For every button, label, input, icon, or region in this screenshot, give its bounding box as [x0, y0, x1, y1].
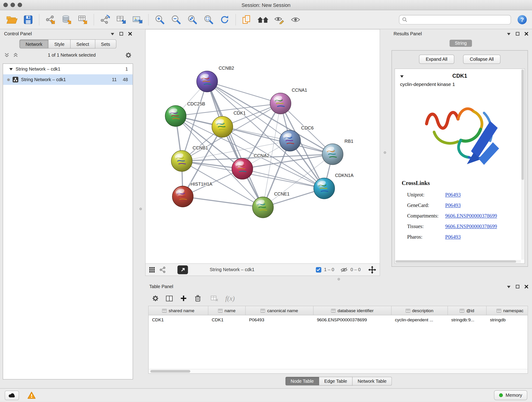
crosslink-link-genecard[interactable]: P06493 — [445, 203, 461, 208]
panel-maximize-icon[interactable] — [119, 32, 123, 36]
results-vertical-scrollbar[interactable] — [521, 69, 524, 260]
selected-checkbox[interactable] — [316, 267, 322, 273]
memory-button[interactable]: Memory — [494, 390, 527, 400]
hide-annotations-button[interactable] — [272, 12, 287, 27]
panel-float-icon[interactable] — [110, 32, 114, 36]
splitter-grip[interactable] — [384, 151, 386, 153]
table-cell[interactable]: CDK1 — [208, 317, 246, 322]
hidden-eye-icon[interactable] — [340, 267, 348, 273]
network-node-HIST1H1A[interactable]: HIST1H1A — [172, 182, 213, 207]
refresh-layout-button[interactable] — [217, 12, 232, 27]
new-network-button[interactable] — [97, 12, 113, 27]
splitter-grip[interactable] — [139, 208, 142, 210]
splitter-canvas-results[interactable] — [380, 29, 389, 276]
help-button[interactable]: ? — [517, 14, 527, 25]
zoom-in-button[interactable] — [152, 12, 167, 27]
panel-float-icon[interactable] — [507, 284, 511, 288]
warning-icon[interactable] — [27, 391, 36, 400]
panel-close-icon[interactable] — [524, 32, 529, 36]
column-header-database-identifier[interactable]: database identifier — [313, 306, 392, 315]
tab-style[interactable]: Style — [49, 39, 70, 49]
crosslink-link-compartments[interactable]: 9606.ENSP00000378699 — [445, 213, 497, 219]
column-header-canonical-name[interactable]: canonical name — [246, 306, 313, 315]
tree-expander-icon[interactable] — [9, 67, 13, 71]
collapse-all-icon[interactable] — [4, 52, 10, 58]
tab-string[interactable]: String — [450, 40, 472, 47]
show-columns-icon[interactable] — [166, 295, 173, 302]
zoom-fit-button[interactable] — [184, 12, 200, 27]
expand-all-icon[interactable] — [13, 52, 18, 58]
import-network-from-database-button[interactable] — [59, 12, 74, 27]
results-horizontal-scrollbar[interactable] — [395, 260, 521, 263]
pan-move-icon[interactable] — [368, 266, 376, 274]
tab-network[interactable]: Network — [19, 39, 49, 49]
window-zoom-button[interactable] — [18, 3, 22, 7]
column-header-description[interactable]: description — [392, 306, 448, 315]
grid-view-icon[interactable] — [149, 267, 155, 273]
open-in-window-button[interactable] — [177, 265, 188, 274]
panel-float-icon[interactable] — [507, 32, 511, 36]
panel-close-icon[interactable] — [128, 32, 132, 36]
network-node-CCNA1[interactable]: CCNA1 — [270, 88, 307, 114]
table-cell[interactable]: stringdb:9... — [448, 317, 487, 322]
window-minimize-button[interactable] — [11, 3, 15, 7]
column-header-namespac[interactable]: namespac — [487, 306, 528, 315]
table-cell[interactable]: cyclin-dependent ... — [392, 317, 448, 322]
window-close-button[interactable] — [3, 3, 8, 7]
crosslink-link-pharos[interactable]: P06493 — [445, 234, 461, 240]
network-row-selected[interactable]: String Network – cdk1 11 48 — [3, 74, 133, 85]
panel-close-icon[interactable] — [524, 284, 529, 288]
network-edge[interactable] — [183, 197, 263, 207]
search-input[interactable] — [409, 17, 508, 22]
import-table-button[interactable] — [75, 12, 90, 27]
export-image-button[interactable] — [130, 12, 145, 27]
open-session-button[interactable] — [4, 12, 20, 27]
network-node-RB1[interactable]: RB1 — [322, 139, 353, 165]
splitter-grip[interactable] — [337, 278, 340, 280]
network-node-CDKN1A[interactable]: CDKN1A — [314, 173, 354, 199]
table-cell[interactable]: stringdb — [487, 317, 528, 322]
table-horizontal-scrollbar[interactable] — [149, 369, 528, 373]
table-row[interactable]: CDK1CDK1P064939606.ENSP00000378699cyclin… — [149, 315, 528, 325]
crosslink-link-uniprot[interactable]: P06493 — [445, 192, 461, 198]
splitter-control-canvas[interactable] — [136, 29, 145, 388]
tab-network-table[interactable]: Network Table — [353, 377, 392, 386]
crosslink-link-tissues[interactable]: 9606.ENSP00000378699 — [445, 224, 497, 230]
clone-network-button[interactable] — [114, 12, 129, 27]
panel-maximize-icon[interactable] — [515, 284, 520, 288]
column-header-name[interactable]: name — [208, 306, 246, 315]
entry-collapse-icon[interactable] — [399, 74, 404, 78]
network-canvas[interactable]: CCNB2CCNA1CDC25BCDK1CDC6RB1CCNB1CCNA2CDK… — [145, 29, 380, 263]
network-edge[interactable] — [207, 81, 280, 103]
network-share-icon[interactable] — [159, 266, 166, 273]
network-graph[interactable]: CCNB2CCNA1CDC25BCDK1CDC6RB1CCNB1CCNA2CDK… — [146, 30, 380, 263]
zoom-out-button[interactable] — [168, 12, 184, 27]
table-settings-gear-icon[interactable] — [152, 295, 159, 302]
table-cell[interactable]: 9606.ENSP00000378699 — [313, 317, 392, 322]
collapse-all-button[interactable]: Collapse All — [463, 55, 500, 64]
table-cell[interactable]: CDK1 — [149, 317, 209, 322]
import-network-from-file-button[interactable] — [42, 12, 58, 27]
delete-icon[interactable] — [194, 294, 202, 302]
tab-edge-table[interactable]: Edge Table — [319, 377, 353, 386]
tab-select[interactable]: Select — [70, 39, 95, 49]
tab-sets[interactable]: Sets — [95, 39, 116, 49]
copy-document-button[interactable] — [239, 12, 254, 27]
network-node-CCNB1[interactable]: CCNB1 — [171, 145, 208, 172]
table-cell[interactable]: P06493 — [246, 317, 313, 322]
show-annotations-button[interactable] — [288, 12, 303, 27]
tab-node-table[interactable]: Node Table — [285, 377, 319, 386]
splitter-canvas-table[interactable] — [145, 276, 532, 282]
cloud-button[interactable] — [5, 390, 19, 400]
column-header--id[interactable]: @id — [448, 306, 487, 315]
network-overview-button[interactable] — [255, 12, 271, 27]
network-node-CDC6[interactable]: CDC6 — [279, 125, 314, 151]
search-field[interactable] — [399, 15, 511, 24]
zoom-selected-button[interactable] — [201, 12, 216, 27]
gear-icon[interactable] — [125, 52, 132, 58]
add-column-icon[interactable] — [180, 294, 187, 302]
network-node-CDK1[interactable]: CDK1 — [212, 110, 246, 137]
network-collection-row[interactable]: String Network – cdk1 1 — [3, 64, 133, 74]
network-edge[interactable] — [207, 81, 263, 207]
column-header-shared-name[interactable]: shared name — [149, 306, 209, 315]
